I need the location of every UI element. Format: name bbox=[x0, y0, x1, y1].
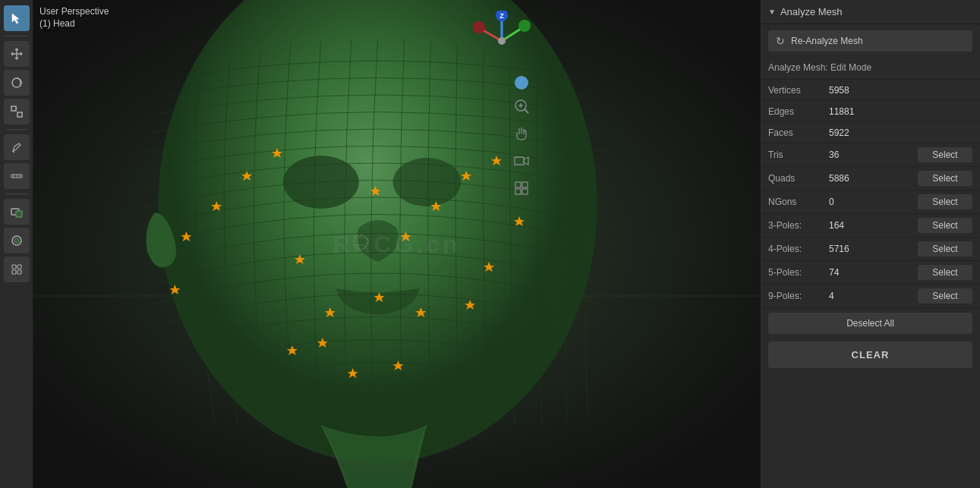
svg-rect-13 bbox=[12, 265, 16, 269]
stat-row-9poles: 9-Poles: 4 Select bbox=[761, 285, 980, 308]
tool-separator-3 bbox=[5, 194, 28, 194]
select-tris-button[interactable]: Select bbox=[918, 147, 972, 162]
stats-table: Vertices 5958 Edges 11881 Faces 5922 Tri… bbox=[761, 80, 980, 308]
svg-line-4 bbox=[13, 151, 14, 153]
re-analyze-label: Re-Analyze Mesh bbox=[791, 36, 863, 46]
svg-point-21 bbox=[283, 156, 359, 209]
stat-value-vertices: 5958 bbox=[829, 85, 972, 96]
navigation-gizmo[interactable]: Z bbox=[471, 11, 532, 71]
scale-tool-button[interactable] bbox=[4, 99, 30, 124]
stat-row-edges: Edges 11881 bbox=[761, 101, 980, 122]
svg-point-29 bbox=[473, 21, 485, 33]
stat-value-quads: 5886 bbox=[829, 173, 918, 184]
stat-value-4poles: 5716 bbox=[829, 244, 918, 254]
panel-title: Analyze Mesh bbox=[780, 6, 843, 17]
svg-rect-10 bbox=[16, 211, 22, 217]
rotate-tool-button[interactable] bbox=[4, 70, 30, 96]
svg-rect-2 bbox=[17, 112, 22, 117]
stat-label-faces: Faces bbox=[768, 128, 829, 138]
stat-row-tris: Tris 36 Select bbox=[761, 143, 980, 167]
stat-label-tris: Tris bbox=[768, 150, 829, 160]
stat-label-edges: Edges bbox=[768, 106, 829, 117]
measure-tool-button[interactable] bbox=[4, 163, 30, 189]
viewport-dot-indicator[interactable] bbox=[515, 76, 528, 90]
stat-label-vertices: Vertices bbox=[768, 85, 829, 96]
re-analyze-button[interactable]: ↻ Re-Analyze Mesh bbox=[768, 30, 972, 52]
stat-row-5poles: 5-Poles: 74 Select bbox=[761, 261, 980, 285]
zoom-in-icon[interactable] bbox=[511, 96, 532, 117]
viewport-crosshair bbox=[353, 235, 368, 250]
svg-rect-14 bbox=[17, 265, 21, 269]
svg-rect-1 bbox=[11, 106, 16, 111]
circle-select-button[interactable] bbox=[4, 228, 30, 253]
panel-header: ▼ Analyze Mesh bbox=[761, 0, 980, 24]
select-tool-button[interactable] bbox=[4, 5, 30, 31]
stat-label-3poles: 3-Poles: bbox=[768, 220, 829, 231]
object-mode-button[interactable] bbox=[4, 257, 30, 282]
select-9poles-button[interactable]: Select bbox=[918, 288, 972, 304]
right-panel: ▼ Analyze Mesh ↻ Re-Analyze Mesh Analyze… bbox=[760, 0, 980, 488]
stat-row-4poles: 4-Poles: 5716 Select bbox=[761, 238, 980, 261]
select-3poles-button[interactable]: Select bbox=[918, 218, 972, 233]
hand-pan-icon[interactable] bbox=[511, 123, 532, 144]
stat-value-ngons: 0 bbox=[829, 197, 918, 207]
stat-value-3poles: 164 bbox=[829, 220, 918, 231]
stat-value-faces: 5922 bbox=[829, 128, 972, 138]
head-mesh bbox=[33, 0, 760, 488]
box-select-button[interactable] bbox=[4, 199, 30, 225]
stat-label-9poles: 9-Poles: bbox=[768, 291, 829, 301]
stat-value-tris: 36 bbox=[829, 150, 918, 160]
tool-separator-1 bbox=[5, 36, 28, 36]
svg-rect-15 bbox=[12, 270, 16, 274]
clear-button[interactable]: CLEAR bbox=[768, 342, 972, 368]
select-ngons-button[interactable]: Select bbox=[918, 194, 972, 209]
stat-row-faces: Faces 5922 bbox=[761, 122, 980, 143]
svg-point-27 bbox=[518, 20, 531, 32]
refresh-icon: ↻ bbox=[776, 35, 785, 47]
svg-rect-38 bbox=[522, 189, 528, 194]
annotate-tool-button[interactable] bbox=[4, 134, 30, 160]
stat-row-ngons: NGons 0 Select bbox=[761, 190, 980, 214]
stat-value-9poles: 4 bbox=[829, 291, 918, 301]
svg-rect-37 bbox=[515, 189, 521, 194]
svg-point-22 bbox=[393, 158, 462, 206]
svg-rect-35 bbox=[515, 182, 521, 187]
svg-rect-16 bbox=[17, 270, 21, 274]
viewport[interactable]: User Perspective (1) Head Z bbox=[33, 0, 760, 488]
stat-label-5poles: 5-Poles: bbox=[768, 267, 829, 278]
svg-line-34 bbox=[525, 109, 528, 113]
stat-value-edges: 11881 bbox=[829, 106, 972, 117]
deselect-all-button[interactable]: Deselect All bbox=[768, 313, 972, 334]
stat-row-quads: Quads 5886 Select bbox=[761, 167, 980, 190]
move-tool-button[interactable] bbox=[4, 41, 30, 67]
viewport-header: User Perspective (1) Head bbox=[39, 6, 109, 29]
svg-point-12 bbox=[14, 238, 19, 243]
camera-view-icon[interactable] bbox=[511, 150, 532, 172]
section-label: Analyze Mesh: Edit Mode bbox=[761, 58, 980, 80]
viewport-overlay-controls bbox=[511, 76, 532, 199]
stat-row-vertices: Vertices 5958 bbox=[761, 80, 980, 101]
stat-label-4poles: 4-Poles: bbox=[768, 244, 829, 254]
select-5poles-button[interactable]: Select bbox=[918, 265, 972, 280]
grid-view-icon[interactable] bbox=[511, 178, 532, 199]
left-toolbar bbox=[0, 0, 33, 488]
svg-text:Z: Z bbox=[499, 12, 504, 20]
panel-collapse-arrow[interactable]: ▼ bbox=[768, 8, 776, 16]
viewport-perspective-label: User Perspective bbox=[39, 6, 109, 17]
svg-rect-36 bbox=[522, 182, 528, 187]
viewport-object-label: (1) Head bbox=[39, 18, 109, 29]
tool-separator-2 bbox=[5, 129, 28, 130]
stat-value-5poles: 74 bbox=[829, 267, 918, 278]
select-4poles-button[interactable]: Select bbox=[918, 241, 972, 257]
stat-label-quads: Quads bbox=[768, 173, 829, 184]
stat-label-ngons: NGons bbox=[768, 197, 829, 207]
svg-point-30 bbox=[498, 37, 506, 45]
stat-row-3poles: 3-Poles: 164 Select bbox=[761, 214, 980, 238]
select-quads-button[interactable]: Select bbox=[918, 171, 972, 186]
